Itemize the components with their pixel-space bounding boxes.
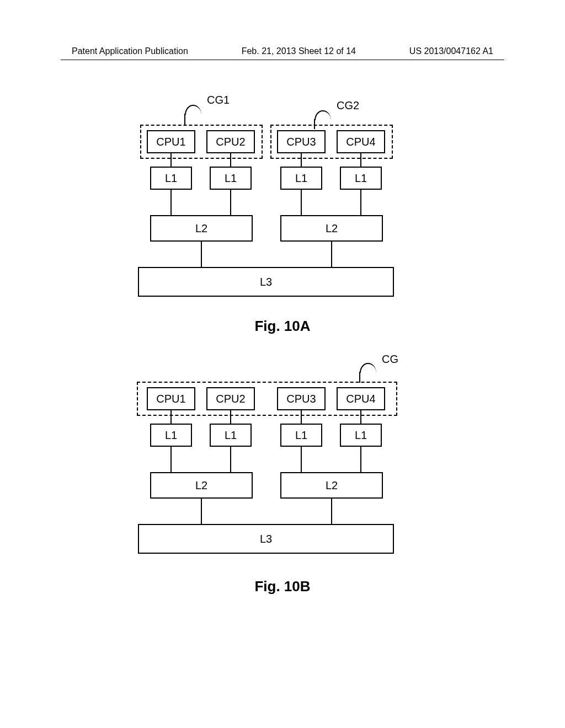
l1-box-1-b: L1	[150, 424, 192, 447]
conn-l1-4-l2-b	[360, 447, 361, 473]
l1-box-4-b: L1	[340, 424, 382, 447]
cpu1-box-b: CPU1	[147, 387, 195, 410]
figure-10b-caption: Fig. 10B	[254, 578, 310, 595]
cpu2-box: CPU2	[206, 130, 255, 153]
l1-box-2: L1	[210, 167, 252, 190]
conn-l2-2-l3-b	[331, 499, 332, 525]
cg-leader-line	[359, 372, 360, 383]
cg2-leader-arc	[315, 110, 331, 120]
l1-box-3-b: L1	[280, 424, 322, 447]
figure-10b: CG CPU1 CPU2 CPU3 CPU4 L1 L1 L1 L1 L2 L2…	[0, 353, 565, 634]
cpu2-box-b: CPU2	[206, 387, 255, 410]
conn-l1-4-l2	[360, 190, 361, 216]
conn-cpu1-l1-b	[170, 410, 172, 425]
cpu3-box: CPU3	[277, 130, 326, 153]
conn-cpu2-l1	[230, 153, 231, 168]
figure-10a-caption: Fig. 10A	[254, 318, 310, 335]
conn-l1-2-l2	[230, 190, 231, 216]
conn-cpu4-l1-b	[360, 410, 361, 425]
cg-leader-arc	[360, 363, 376, 373]
cg-label: CG	[382, 353, 398, 366]
cpu3-box-b: CPU3	[277, 387, 326, 410]
l1-box-1: L1	[150, 167, 192, 190]
l3-box: L3	[138, 267, 394, 297]
conn-l1-1-l2	[170, 190, 172, 216]
cpu4-box-b: CPU4	[337, 387, 385, 410]
l1-box-2-b: L1	[210, 424, 252, 447]
l2-box-1: L2	[150, 215, 253, 242]
l1-box-3: L1	[280, 167, 322, 190]
figure-10a: CG1 CG2 CPU1 CPU2 CPU3 CPU4 L1 L1 L1 L1 …	[0, 94, 565, 347]
conn-cpu3-l1-b	[301, 410, 302, 425]
l2-box-2: L2	[280, 215, 383, 242]
conn-l2-1-l3	[201, 242, 202, 268]
cg2-label: CG2	[337, 99, 359, 112]
cpu1-box: CPU1	[147, 130, 195, 153]
conn-l1-2-l2-b	[230, 447, 231, 473]
header-divider	[61, 60, 504, 60]
conn-l1-3-l2	[301, 190, 302, 216]
conn-l2-1-l3-b	[201, 499, 202, 525]
conn-cpu2-l1-b	[230, 410, 231, 425]
l1-box-4: L1	[340, 167, 382, 190]
cg1-label: CG1	[207, 94, 230, 106]
cpu4-box: CPU4	[337, 130, 385, 153]
l2-box-2-b: L2	[280, 472, 383, 499]
conn-cpu4-l1	[360, 153, 361, 168]
conn-l1-3-l2-b	[301, 447, 302, 473]
cg1-leader-arc	[185, 105, 201, 115]
page-header: Patent Application Publication Feb. 21, …	[0, 46, 565, 56]
conn-l2-2-l3	[331, 242, 332, 268]
conn-cpu1-l1	[170, 153, 172, 168]
header-left: Patent Application Publication	[72, 46, 188, 56]
l2-box-1-b: L2	[150, 472, 253, 499]
header-right: US 2013/0047162 A1	[409, 46, 493, 56]
conn-l1-1-l2-b	[170, 447, 172, 473]
cg1-leader-line	[184, 114, 185, 125]
l3-box-b: L3	[138, 524, 394, 554]
conn-cpu3-l1	[301, 153, 302, 168]
header-center: Feb. 21, 2013 Sheet 12 of 14	[242, 46, 356, 56]
